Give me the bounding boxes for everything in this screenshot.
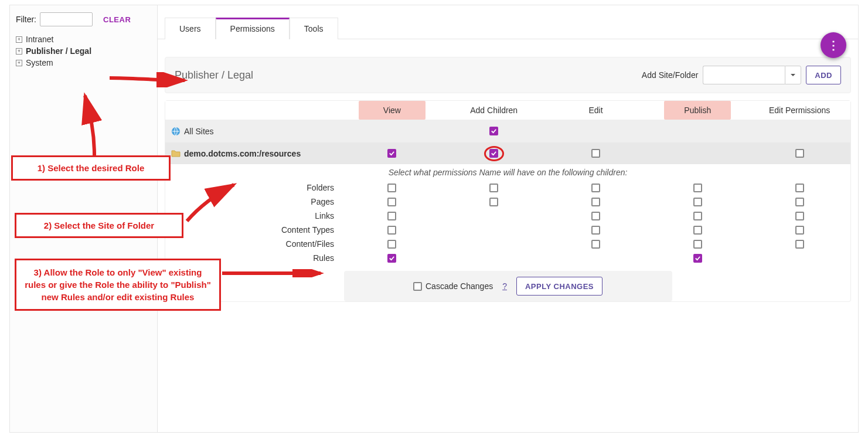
tab-permissions[interactable]: Permissions (216, 18, 290, 39)
app-container: Filter: CLEAR + Intranet + Publisher / L… (9, 5, 859, 433)
page-title: Publisher / Legal (175, 69, 253, 82)
add-site-input[interactable] (703, 66, 785, 84)
expand-icon[interactable]: + (16, 60, 22, 66)
child-label: Content/Files (165, 239, 341, 249)
cell (443, 149, 545, 158)
child-row: Folders (165, 181, 850, 195)
checkbox-rules-view[interactable] (387, 254, 396, 263)
checkbox-links-edit-permissions[interactable] (795, 212, 804, 220)
checkbox-content-files-publish[interactable] (693, 240, 702, 249)
header-panel: Publisher / Legal Add Site/Folder ADD (165, 57, 851, 93)
checkbox-resource-view[interactable] (387, 149, 396, 158)
checkbox-content-files-view[interactable] (387, 240, 396, 249)
checkbox-all-sites-add-children[interactable] (489, 127, 498, 135)
checkbox-content-files-edit[interactable] (591, 240, 600, 249)
cell (646, 212, 748, 220)
child-row: Links (165, 209, 850, 223)
checkbox-pages-add-children[interactable] (489, 198, 498, 206)
cell (646, 198, 748, 206)
filter-label: Filter: (16, 15, 36, 24)
combo-caret[interactable] (785, 66, 801, 84)
cell (341, 212, 443, 220)
tab-users[interactable]: Users (165, 18, 216, 39)
cell (646, 240, 748, 249)
apply-changes-button[interactable]: APPLY CHANGES (516, 277, 603, 296)
tree-item-publisher-legal[interactable]: + Publisher / Legal (16, 45, 151, 57)
more-actions-fab[interactable]: ⋮ (821, 32, 846, 58)
checkbox-folders-edit[interactable] (591, 184, 600, 192)
vertical-dots-icon: ⋮ (828, 38, 839, 52)
tree-item-system[interactable]: + System (16, 57, 151, 69)
checkbox-folders-edit-permissions[interactable] (795, 184, 804, 192)
checkbox-content-files-edit-permissions[interactable] (795, 240, 804, 249)
cell (341, 184, 443, 192)
checkbox-pages-publish[interactable] (693, 198, 702, 206)
cell (545, 184, 647, 192)
checkbox-rules-publish[interactable] (693, 254, 702, 263)
checkbox-content-types-edit[interactable] (591, 226, 600, 235)
tab-tools[interactable]: Tools (290, 18, 338, 39)
cell (341, 226, 443, 235)
checkbox-content-types-publish[interactable] (693, 226, 702, 235)
child-row: Rules (165, 251, 850, 265)
cell (646, 254, 748, 263)
checkbox-resource-edit-permissions[interactable] (795, 149, 804, 158)
child-label: Folders (165, 183, 341, 192)
checkbox-pages-view[interactable] (387, 198, 396, 206)
tab-label: Users (179, 24, 201, 33)
cell (545, 212, 647, 220)
checkbox-content-types-edit-permissions[interactable] (795, 226, 804, 235)
child-label: Pages (165, 197, 341, 206)
main-panel: Users Permissions Tools ⋮ Publisher / Le… (158, 5, 858, 432)
checkbox-folders-publish[interactable] (693, 184, 702, 192)
row-text: All Sites (184, 127, 214, 136)
checkbox-resource-add-children[interactable] (489, 149, 498, 158)
checkbox-folders-add-children[interactable] (489, 184, 498, 192)
child-row: Content/Files (165, 237, 850, 251)
tab-label: Tools (304, 24, 324, 33)
child-row: Pages (165, 195, 850, 209)
tab-label: Permissions (230, 24, 275, 33)
filter-input[interactable] (40, 12, 93, 26)
cell (646, 184, 748, 192)
row-all-sites: All Sites (165, 120, 850, 142)
tree-item-intranet[interactable]: + Intranet (16, 33, 151, 45)
add-site-label: Add Site/Folder (642, 70, 699, 80)
checkbox-pages-edit-permissions[interactable] (795, 198, 804, 206)
checkbox-cascade[interactable] (413, 282, 422, 291)
sidebar: Filter: CLEAR + Intranet + Publisher / L… (10, 5, 158, 432)
tree-item-label: Publisher / Legal (26, 46, 91, 56)
chevron-down-icon (790, 72, 796, 78)
clear-filter-link[interactable]: CLEAR (103, 15, 131, 24)
checkbox-content-types-view[interactable] (387, 226, 396, 235)
checkbox-links-edit[interactable] (591, 212, 600, 220)
add-button[interactable]: ADD (806, 66, 841, 84)
cell (748, 149, 850, 158)
help-link[interactable]: ? (502, 281, 507, 291)
row-label: demo.dotcms.com:/resources (165, 149, 341, 158)
cascade-label: Cascade Changes (426, 281, 493, 291)
col-publish: Publish (664, 101, 731, 120)
cell (341, 240, 443, 249)
child-label: Content Types (165, 225, 341, 235)
checkbox-folders-view[interactable] (387, 184, 396, 192)
child-label: Links (165, 211, 341, 220)
cell (545, 226, 647, 235)
cell (748, 226, 850, 235)
checkbox-links-publish[interactable] (693, 212, 702, 220)
folder-icon (171, 149, 181, 158)
children-caption: Select what permissions Name will have o… (165, 164, 850, 181)
col-add-children: Add Children (443, 101, 545, 120)
cell (545, 240, 647, 249)
checkbox-resource-edit[interactable] (591, 149, 600, 158)
add-site-combo[interactable] (703, 66, 801, 84)
permissions-grid: View Add Children Edit Publish Edit Perm… (165, 100, 851, 302)
cell (646, 226, 748, 235)
expand-icon[interactable]: + (16, 36, 22, 43)
expand-icon[interactable]: + (16, 48, 22, 55)
grid-header: View Add Children Edit Publish Edit Perm… (165, 101, 850, 120)
checkbox-pages-edit[interactable] (591, 198, 600, 206)
checkbox-links-view[interactable] (387, 212, 396, 220)
cascade-label-wrap[interactable]: Cascade Changes (413, 281, 493, 291)
add-site-control: Add Site/Folder ADD (642, 66, 841, 84)
